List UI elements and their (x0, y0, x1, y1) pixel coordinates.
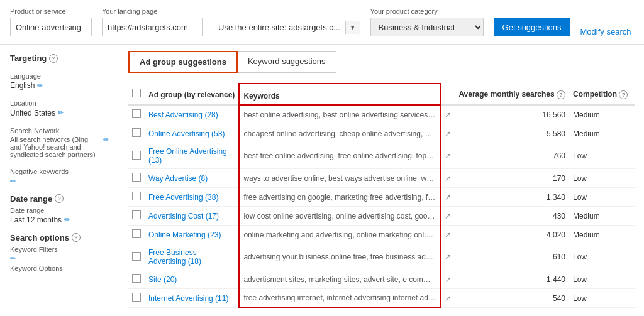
row-checkbox-cell (128, 143, 145, 169)
row-checkbox[interactable] (132, 109, 141, 118)
site-dropdown[interactable]: Use the entire site: adstargets.c... ▼ (213, 18, 360, 36)
main-layout: Targeting ? Language English ✏ Location … (0, 45, 644, 316)
row-trend-cell: ↗ (440, 143, 455, 169)
ad-group-link[interactable]: Online Marketing (23) (148, 231, 221, 239)
row-keywords-cell: free advertising internet, internet adve… (239, 289, 440, 308)
ad-group-link[interactable]: Site (20) (148, 275, 177, 284)
site-label (213, 8, 360, 15)
ad-group-link[interactable]: Free Business Advertising (18) (148, 248, 201, 266)
trend-icon: ↗ (445, 111, 451, 119)
row-competition-cell: Low (569, 169, 631, 188)
row-bid-cell: 2.09 (631, 289, 635, 308)
row-competition-cell: Medium (569, 124, 631, 143)
network-value: All search networks (Bing and Yahoo! sea… (10, 136, 109, 158)
row-checkbox[interactable] (132, 210, 141, 219)
category-select[interactable]: Business & Industrial (370, 18, 484, 36)
negative-keywords-label: Negative keywords (10, 167, 109, 177)
row-checkbox-cell (128, 270, 145, 289)
product-label: Product or service (10, 8, 92, 15)
sidebar-network-section: Search Network All search networks (Bing… (10, 126, 109, 158)
row-checkbox[interactable] (132, 252, 141, 261)
row-trend-cell: ↗ (440, 226, 455, 244)
keyword-filters-edit-icon[interactable]: ✏ (10, 254, 16, 263)
date-range-info-icon[interactable]: ? (55, 194, 64, 203)
modify-search-button[interactable]: Modify search (580, 27, 631, 36)
row-keywords-cell: ways to advertise online, best ways adve… (239, 169, 440, 188)
row-checkbox[interactable] (132, 151, 141, 160)
sidebar-date-range-section: Date range ? Date range Last 12 months ✏ (10, 194, 109, 224)
row-checkbox-cell (128, 124, 145, 143)
row-searches-cell: 1,340 (455, 188, 569, 207)
row-competition-cell: Medium (569, 207, 631, 226)
row-checkbox[interactable] (132, 128, 141, 137)
competition-info-icon[interactable]: ? (619, 90, 628, 99)
date-range-section-title: Date range ? (10, 194, 109, 204)
row-competition-cell: Low (569, 289, 631, 308)
row-adgroup-cell: Advertising Cost (17) (145, 207, 239, 226)
col-searches-header: Average monthly searches ? (455, 84, 569, 105)
table-row: Site (20) advertisment sites, marketing … (128, 270, 635, 289)
row-checkbox[interactable] (132, 192, 141, 200)
language-edit-icon[interactable]: ✏ (37, 82, 43, 90)
ad-group-link[interactable]: Free Advertising (38) (148, 193, 218, 202)
row-keywords-cell: advertisment sites, marketing sites, adv… (239, 270, 440, 289)
network-edit-icon[interactable]: ✏ (103, 136, 109, 144)
col-bid-header: Suggested Bid ? (631, 84, 635, 105)
row-checkbox[interactable] (132, 229, 141, 238)
row-checkbox[interactable] (132, 293, 141, 302)
row-adgroup-cell: Internet Advertising (11) (145, 289, 239, 308)
tab-keyword-suggestions[interactable]: Keyword suggestions (238, 51, 336, 73)
tab-ad-group-suggestions[interactable]: Ad group suggestions (128, 51, 238, 73)
table-row: Advertising Cost (17) low cost online ad… (128, 207, 635, 226)
row-checkbox[interactable] (132, 274, 141, 283)
category-field: Your product category Business & Industr… (370, 8, 484, 36)
row-bid-cell: 1.13 (631, 105, 635, 124)
date-range-edit-icon[interactable]: ✏ (64, 215, 70, 224)
row-checkbox-cell (128, 289, 145, 308)
table-row: Online Marketing (23) online marketing a… (128, 226, 635, 244)
col-competition-header: Competition ? (569, 84, 631, 105)
landing-input[interactable] (102, 18, 203, 36)
row-keywords-cell: best online advertising, best online adv… (239, 105, 440, 124)
row-keywords-cell: free advertising on google, marketing fr… (239, 188, 440, 207)
negative-keywords-edit-icon[interactable]: ✏ (10, 177, 16, 185)
ad-group-link[interactable]: Online Advertising (53) (148, 129, 225, 138)
negative-keywords-value: ✏ (10, 177, 109, 185)
keyword-options-label: Keyword Options (10, 264, 109, 273)
row-trend-cell: ↗ (440, 207, 455, 226)
sidebar-location-section: Location United States ✏ (10, 99, 109, 117)
ad-group-link[interactable]: Internet Advertising (11) (148, 294, 228, 303)
row-trend-cell: ↗ (440, 105, 455, 124)
ad-group-link[interactable]: Advertising Cost (17) (148, 212, 219, 221)
row-competition-cell: Medium (569, 226, 631, 244)
trend-icon: ↗ (445, 151, 451, 160)
row-trend-cell: ↗ (440, 124, 455, 143)
sidebar: Targeting ? Language English ✏ Location … (0, 45, 119, 316)
landing-label: Your landing page (102, 8, 203, 15)
product-input[interactable] (10, 18, 92, 36)
search-options-info-icon[interactable]: ? (72, 233, 80, 242)
row-adgroup-cell: Online Marketing (23) (145, 226, 239, 244)
results-table: Ad group (by relevance) Keywords Average… (128, 83, 635, 308)
ad-group-link[interactable]: Free Online Advertising (13) (148, 147, 227, 165)
language-value: English ✏ (10, 81, 109, 90)
site-dropdown-arrow[interactable]: ▼ (345, 21, 360, 34)
row-checkbox-cell (128, 244, 145, 270)
searches-info-icon[interactable]: ? (557, 90, 565, 99)
row-bid-cell: 12.47 (631, 169, 635, 188)
row-checkbox-cell (128, 169, 145, 188)
row-checkbox-cell (128, 188, 145, 207)
location-edit-icon[interactable]: ✏ (58, 109, 64, 117)
ad-group-link[interactable]: Way Advertise (8) (148, 174, 208, 183)
date-range-value: Last 12 months ✏ (10, 215, 109, 224)
ad-group-link[interactable]: Best Advertising (28) (148, 111, 218, 119)
targeting-info-icon[interactable]: ? (49, 54, 58, 63)
select-all-checkbox[interactable] (132, 89, 141, 97)
row-searches-cell: 430 (455, 207, 569, 226)
table-row: Way Advertise (8) ways to advertise onli… (128, 169, 635, 188)
row-bid-cell: 0.86 (631, 124, 635, 143)
row-checkbox[interactable] (132, 173, 141, 182)
get-suggestions-button[interactable]: Get suggestions (494, 18, 570, 36)
row-bid-cell: 2.95 (631, 207, 635, 226)
row-searches-cell: 4,020 (455, 226, 569, 244)
